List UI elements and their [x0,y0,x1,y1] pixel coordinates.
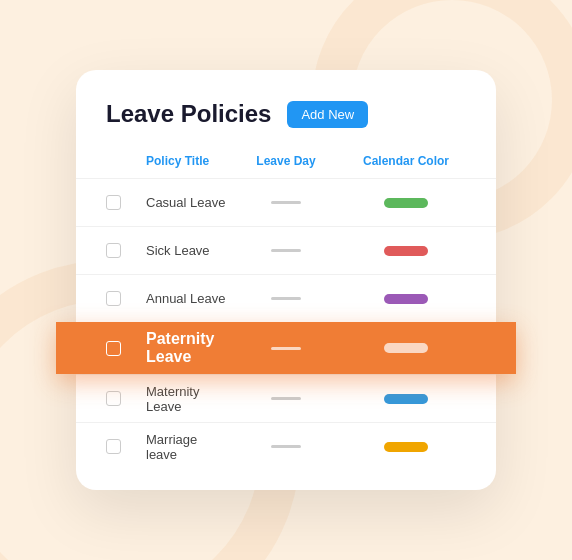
row-checkbox[interactable] [106,195,121,210]
table-row: Maternity Leave [76,374,496,422]
calendar-color-pill [384,442,428,452]
leave-policies-card: Leave Policies Add New Policy Title Leav… [76,70,496,490]
calendar-color-pill [384,294,428,304]
row-label: Paternity Leave [146,330,226,366]
leave-day-dash [271,249,301,252]
leave-day-dash [271,397,301,400]
th-leave-day: Leave Day [226,148,346,174]
table-row: Casual Leave [76,178,496,226]
calendar-color-pill [384,246,428,256]
table-body: Casual Leave Sick Leave Annual Leave Pat… [76,178,496,470]
table-row: Annual Leave [76,274,496,322]
calendar-color-pill [384,343,428,353]
row-label: Casual Leave [146,195,226,210]
add-new-button[interactable]: Add New [287,101,368,128]
row-label: Sick Leave [146,243,226,258]
card-header: Leave Policies Add New [76,100,496,148]
row-label: Maternity Leave [146,384,226,414]
row-checkbox[interactable] [106,341,121,356]
table-header: Policy Title Leave Day Calendar Color [76,148,496,174]
leave-day-dash [271,201,301,204]
table-row: Marriage leave [76,422,496,470]
calendar-color-pill [384,394,428,404]
page-title: Leave Policies [106,100,271,128]
row-label: Marriage leave [146,432,226,462]
calendar-color-pill [384,198,428,208]
row-checkbox[interactable] [106,391,121,406]
th-calendar-color: Calendar Color [346,148,466,174]
leave-day-dash [271,347,301,350]
table-row: Sick Leave [76,226,496,274]
row-checkbox[interactable] [106,243,121,258]
th-policy-title: Policy Title [146,148,226,174]
leave-day-dash [271,445,301,448]
leave-day-dash [271,297,301,300]
row-checkbox[interactable] [106,291,121,306]
row-checkbox[interactable] [106,439,121,454]
row-label: Annual Leave [146,291,226,306]
table-row-highlighted: Paternity Leave [56,322,516,374]
